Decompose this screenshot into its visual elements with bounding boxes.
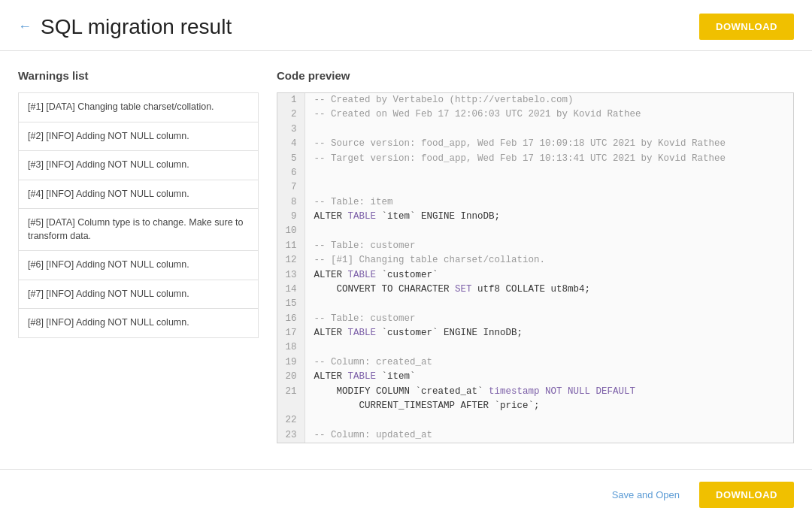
table-row: 6 — [277, 166, 793, 180]
line-code: -- Table: item — [304, 195, 793, 210]
line-number: 22 — [277, 413, 304, 428]
list-item: [#5] [DATA] Column type is to change. Ma… — [18, 208, 259, 251]
line-code: -- Table: customer — [304, 312, 793, 326]
line-number: 11 — [277, 239, 304, 253]
line-code — [304, 413, 793, 428]
table-row: 18 — [277, 340, 793, 355]
header: ← SQL migration result DOWNLOAD — [0, 0, 812, 51]
line-code — [304, 224, 793, 238]
table-row: 21 MODIFY COLUMN `created_at` timestamp … — [277, 385, 793, 399]
line-number: 23 — [277, 428, 304, 443]
code-panel: Code preview 1 -- Created by Vertabelo (… — [277, 69, 794, 443]
table-row: 20 ALTER TABLE `item` — [277, 370, 793, 384]
line-number: 15 — [277, 297, 304, 311]
table-row: 1 -- Created by Vertabelo (http://vertab… — [277, 93, 793, 107]
table-row: CURRENT_TIMESTAMP AFTER `price`; — [277, 399, 793, 413]
warnings-panel: Warnings list [#1] [DATA] Changing table… — [18, 69, 259, 443]
table-row: 9 ALTER TABLE `item` ENGINE InnoDB; — [277, 210, 793, 224]
list-item: [#6] [INFO] Adding NOT NULL column. — [18, 250, 259, 280]
line-number: 5 — [277, 152, 304, 166]
line-code — [304, 340, 793, 355]
line-code: ALTER TABLE `customer` ENGINE InnoDB; — [304, 326, 793, 340]
line-number: 12 — [277, 253, 304, 268]
line-code: CONVERT TO CHARACTER SET utf8 COLLATE ut… — [304, 283, 793, 297]
table-row: 11 -- Table: customer — [277, 239, 793, 253]
table-row: 5 -- Target version: food_app, Wed Feb 1… — [277, 152, 793, 166]
line-number: 13 — [277, 268, 304, 283]
line-number — [277, 399, 304, 413]
code-editor[interactable]: 1 -- Created by Vertabelo (http://vertab… — [277, 92, 794, 443]
table-row: 23 -- Column: updated_at — [277, 428, 793, 443]
table-row: 15 — [277, 297, 793, 311]
main-content: Warnings list [#1] [DATA] Changing table… — [0, 51, 812, 503]
line-number: 2 — [277, 107, 304, 122]
line-code: -- Source version: food_app, Wed Feb 17 … — [304, 137, 793, 151]
line-code: -- Table: customer — [304, 239, 793, 253]
table-row: 17 ALTER TABLE `customer` ENGINE InnoDB; — [277, 326, 793, 340]
list-item: [#7] [INFO] Adding NOT NULL column. — [18, 280, 259, 310]
list-item: [#3] [INFO] Adding NOT NULL column. — [18, 150, 259, 180]
line-number: 16 — [277, 312, 304, 326]
code-table: 1 -- Created by Vertabelo (http://vertab… — [277, 93, 793, 443]
table-row: 3 — [277, 122, 793, 137]
line-code — [304, 122, 793, 137]
line-number: 17 — [277, 326, 304, 340]
save-open-button[interactable]: Save and Open — [604, 485, 687, 505]
line-number: 20 — [277, 370, 304, 384]
line-code: CURRENT_TIMESTAMP AFTER `price`; — [304, 399, 793, 413]
line-code: MODIFY COLUMN `created_at` timestamp NOT… — [304, 385, 793, 399]
line-code: -- Column: updated_at — [304, 428, 793, 443]
line-code — [304, 297, 793, 311]
table-row: 14 CONVERT TO CHARACTER SET utf8 COLLATE… — [277, 283, 793, 297]
line-number: 9 — [277, 210, 304, 224]
line-number: 7 — [277, 180, 304, 195]
list-item: [#4] [INFO] Adding NOT NULL column. — [18, 180, 259, 210]
line-number: 6 — [277, 166, 304, 180]
table-row: 22 — [277, 413, 793, 428]
table-row: 19 -- Column: created_at — [277, 355, 793, 370]
footer: Save and Open DOWNLOAD — [0, 469, 812, 520]
table-row: 16 -- Table: customer — [277, 312, 793, 326]
line-number: 19 — [277, 355, 304, 370]
line-code: ALTER TABLE `item` — [304, 370, 793, 384]
download-button-top[interactable]: DOWNLOAD — [699, 14, 794, 40]
line-code — [304, 166, 793, 180]
line-code: -- Created on Wed Feb 17 12:06:03 UTC 20… — [304, 107, 793, 122]
list-item: [#8] [INFO] Adding NOT NULL column. — [18, 308, 259, 338]
line-number: 4 — [277, 137, 304, 151]
line-number: 8 — [277, 195, 304, 210]
line-code: ALTER TABLE `item` ENGINE InnoDB; — [304, 210, 793, 224]
line-number: 21 — [277, 385, 304, 399]
line-number: 10 — [277, 224, 304, 238]
line-code: -- Target version: food_app, Wed Feb 17 … — [304, 152, 793, 166]
table-row: 10 — [277, 224, 793, 238]
line-number: 3 — [277, 122, 304, 137]
header-left: ← SQL migration result — [18, 15, 232, 39]
table-row: 4 -- Source version: food_app, Wed Feb 1… — [277, 137, 793, 151]
table-row: 12 -- [#1] Changing table charset/collat… — [277, 253, 793, 268]
download-button-bottom[interactable]: DOWNLOAD — [699, 482, 794, 508]
line-code: ALTER TABLE `customer` — [304, 268, 793, 283]
list-item: [#1] [DATA] Changing table charset/colla… — [18, 92, 259, 122]
line-code — [304, 180, 793, 195]
list-item: [#2] [INFO] Adding NOT NULL column. — [18, 122, 259, 152]
table-row: 2 -- Created on Wed Feb 17 12:06:03 UTC … — [277, 107, 793, 122]
table-row: 7 — [277, 180, 793, 195]
line-number: 14 — [277, 283, 304, 297]
line-number: 18 — [277, 340, 304, 355]
code-preview-title: Code preview — [277, 69, 794, 82]
line-number: 1 — [277, 93, 304, 107]
line-code: -- Column: created_at — [304, 355, 793, 370]
warnings-title: Warnings list — [18, 69, 259, 82]
table-row: 8 -- Table: item — [277, 195, 793, 210]
table-row: 13 ALTER TABLE `customer` — [277, 268, 793, 283]
line-code: -- [#1] Changing table charset/collation… — [304, 253, 793, 268]
line-code: -- Created by Vertabelo (http://vertabel… — [304, 93, 793, 107]
back-arrow-icon[interactable]: ← — [18, 19, 32, 35]
page-title: SQL migration result — [41, 15, 232, 39]
